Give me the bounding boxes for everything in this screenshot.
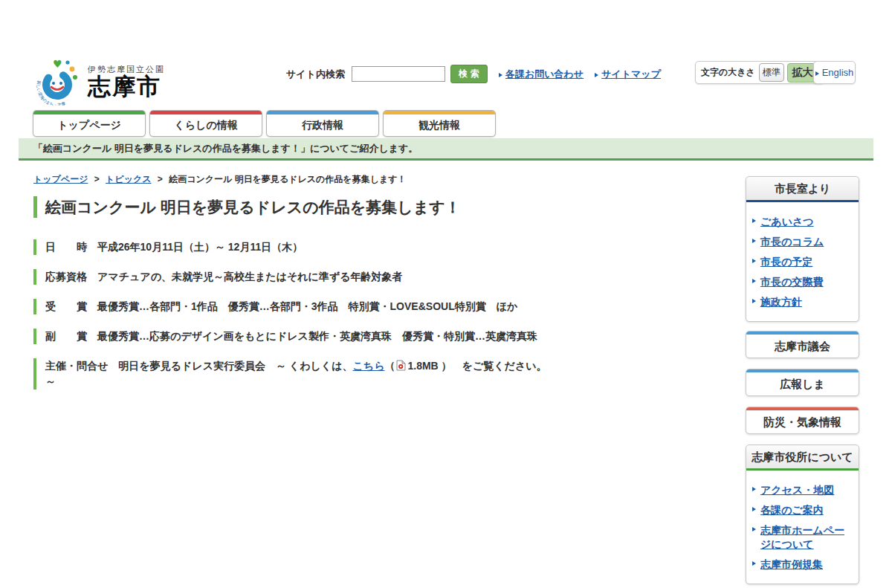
breadcrumb-topics-link[interactable]: トピックス <box>106 174 151 184</box>
mayor-box: 市長室より ごあいさつ 市長のコラム 市長の予定 市長の交際費 施政方針 <box>746 176 859 322</box>
triangle-icon <box>595 73 598 77</box>
tab-administration-info[interactable]: 行政情報 <box>266 110 379 137</box>
info-row-organizer: 主催・問合せ 明日を夢見るドレス実行委員会 ～ くわしくは、こちら（1.8MB … <box>33 358 554 390</box>
page-title: 絵画コンクール 明日を夢見るドレスの作品を募集します！ <box>33 196 461 218</box>
city-name: 志摩市 <box>88 75 165 100</box>
tab-tourism-info[interactable]: 観光情報 <box>383 110 496 137</box>
triangle-icon <box>752 219 756 223</box>
site-search: サイト内検索 検索 各課お問い合わせ サイトマップ <box>286 65 661 83</box>
info-row-date: 日 時 平成26年10月11日（土）～ 12月11日（木） <box>33 239 554 255</box>
details-pdf-link[interactable]: こちら <box>353 360 385 372</box>
font-size-label: 文字の大きさ <box>701 66 755 79</box>
triangle-icon <box>815 71 819 76</box>
mayor-box-title: 市長室より <box>746 177 859 202</box>
sitemap-link[interactable]: サイトマップ <box>595 68 661 81</box>
triangle-icon <box>752 299 756 303</box>
triangle-icon <box>752 487 756 491</box>
sidebar-item-mayor-schedule: 市長の予定 <box>752 255 855 269</box>
triangle-icon <box>752 259 756 263</box>
pdf-icon <box>396 360 406 371</box>
triangle-icon <box>499 73 502 77</box>
english-link[interactable]: English <box>815 67 854 78</box>
triangle-icon <box>752 561 756 566</box>
tab-living-info[interactable]: くらしの情報 <box>149 110 262 137</box>
article-body: 日 時 平成26年10月11日（土）～ 12月11日（木） 応募資格 アマチュア… <box>33 239 554 404</box>
sidebar-item-access-map: アクセス・地図 <box>752 483 855 497</box>
shima-city-logo-icon: ♥ 新しい里海のまち・志摩 <box>36 56 85 106</box>
disaster-weather-button[interactable]: 防災・気象情報 <box>746 407 859 434</box>
english-box: English <box>813 61 856 84</box>
font-size-control: 文字の大きさ 標準 拡大 <box>695 61 824 84</box>
title-accent-bar <box>33 196 37 218</box>
triangle-icon <box>752 239 756 243</box>
city-council-button[interactable]: 志摩市議会 <box>746 331 859 358</box>
svg-text:♥: ♥ <box>53 58 62 70</box>
triangle-icon <box>752 527 756 532</box>
search-button[interactable]: 検索 <box>450 65 488 83</box>
sidebar-item-greeting: ごあいさつ <box>752 215 855 229</box>
breadcrumb: トップページ > トピックス > 絵画コンクール 明日を夢見るドレスの作品を募集… <box>33 173 407 186</box>
sidebar-item-mayor-expenses: 市長の交際費 <box>752 275 855 289</box>
info-row-awards: 受 賞 最優秀賞…各部門・1作品 優秀賞…各部門・3作品 特別賞・LOVE&SO… <box>33 299 554 314</box>
info-row-extra-prize: 副 賞 最優秀賞…応募のデザイン画をもとにドレス製作・英虞湾真珠 優秀賞・特別賞… <box>33 329 554 344</box>
sidebar-item-departments: 各課のご案内 <box>752 503 855 517</box>
sidebar-item-regulations: 志摩市例規集 <box>752 558 855 572</box>
cityhall-box: 志摩市役所について アクセス・地図 各課のご案内 志摩市ホームページについて 志… <box>746 445 859 584</box>
sidebar-item-mayor-column: 市長のコラム <box>752 235 855 249</box>
breadcrumb-current: 絵画コンクール 明日を夢見るドレスの作品を募集します！ <box>169 174 406 184</box>
cityhall-box-title: 志摩市役所について <box>746 445 859 471</box>
sidebar-item-policy: 施政方針 <box>752 295 855 309</box>
tab-top-page[interactable]: トップページ <box>33 110 146 137</box>
public-relations-button[interactable]: 広報しま <box>746 369 859 396</box>
search-label: サイト内検索 <box>286 68 345 81</box>
page: ♥ 新しい里海のまち・志摩 伊勢志摩国立公園 志摩市 サイト内検索 検索 各課お… <box>0 0 892 588</box>
breadcrumb-home-link[interactable]: トップページ <box>33 174 88 184</box>
triangle-icon <box>752 279 756 283</box>
main-nav: トップページ くらしの情報 行政情報 観光情報 <box>33 110 496 137</box>
triangle-icon <box>752 507 756 511</box>
search-input[interactable] <box>352 66 445 82</box>
sidebar: 市長室より ごあいさつ 市長のコラム 市長の予定 市長の交際費 施政方針 志摩市… <box>746 176 859 588</box>
font-size-standard-button[interactable]: 標準 <box>759 63 784 82</box>
contact-link[interactable]: 各課お問い合わせ <box>499 68 584 81</box>
site-logo[interactable]: ♥ 新しい里海のまち・志摩 伊勢志摩国立公園 志摩市 <box>36 56 165 106</box>
info-row-eligibility: 応募資格 アマチュアの、未就学児～高校生またはそれに準ずる年齢対象者 <box>33 269 554 285</box>
notice-banner: 「絵画コンクール 明日を夢見るドレスの作品を募集します！」についてご紹介します。 <box>19 138 873 161</box>
sidebar-item-about-homepage: 志摩市ホームページについて <box>752 523 855 552</box>
